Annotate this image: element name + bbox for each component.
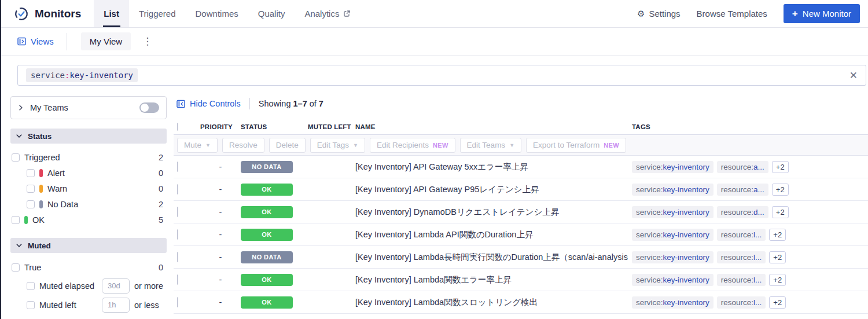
close-icon[interactable]: ✕ [849, 69, 858, 82]
tab-downtimes[interactable]: Downtimes [186, 0, 248, 27]
tag-resource[interactable]: resource:l... [717, 251, 766, 263]
tag-resource[interactable]: resource:a... [717, 161, 768, 173]
tag-service[interactable]: service:key-inventory [632, 274, 713, 286]
checkbox[interactable] [27, 200, 35, 208]
facet-status-warn[interactable]: Warn 0 [10, 181, 167, 196]
facet-status-ok[interactable]: OK 5 [10, 212, 167, 228]
tag-resource[interactable]: resource:l... [717, 229, 766, 241]
tag-service[interactable]: service:key-inventory [632, 184, 713, 196]
my-teams-toggle[interactable] [139, 102, 159, 113]
row-checkbox[interactable] [177, 229, 178, 240]
more-tags-button[interactable]: +2 [769, 296, 786, 309]
edit-teams-button[interactable]: Edit Teams▼ [460, 138, 521, 153]
tab-list[interactable]: List [94, 0, 129, 27]
checkbox[interactable] [12, 263, 20, 272]
settings-button[interactable]: ⚙ Settings [637, 9, 681, 19]
checkbox[interactable] [12, 216, 20, 224]
col-muted-left[interactable]: MUTED LEFT [308, 123, 355, 130]
muted-elapsed-input[interactable] [102, 278, 130, 294]
tag-resource[interactable]: resource:d... [717, 206, 768, 218]
more-tags-button[interactable]: +2 [772, 184, 789, 196]
checkbox[interactable] [27, 185, 35, 193]
facet-muted-true[interactable]: True 0 [10, 259, 167, 276]
search-query-token[interactable]: service:key-inventory [26, 68, 138, 82]
row-checkbox[interactable] [177, 297, 178, 307]
tag-service[interactable]: service:key-inventory [632, 229, 713, 241]
brand: Monitors [14, 0, 81, 27]
current-view-tab[interactable]: My View [81, 32, 131, 50]
tags-cell: service:key-inventory resource:d... +2 [632, 206, 868, 218]
new-monitor-button[interactable]: + New Monitor [784, 4, 860, 23]
more-tags-button[interactable]: +2 [769, 229, 786, 241]
row-checkbox[interactable] [177, 207, 178, 217]
col-status[interactable]: STATUS [241, 123, 308, 130]
monitor-name-link[interactable]: [Key Inventory] Lambda関数エラー率上昇 [355, 274, 632, 285]
resolve-button[interactable]: Resolve [222, 138, 264, 153]
more-tags-button[interactable]: +2 [772, 206, 789, 218]
select-all-checkbox[interactable] [177, 123, 178, 131]
row-checkbox[interactable] [177, 162, 178, 172]
priority-value: - [200, 207, 241, 217]
status-section-header[interactable]: Status [10, 129, 167, 144]
delete-button[interactable]: Delete [269, 138, 306, 153]
tag-service[interactable]: service:key-inventory [632, 251, 713, 263]
col-tags[interactable]: TAGS [632, 123, 868, 130]
col-name[interactable]: NAME [355, 123, 632, 130]
tag-resource[interactable]: resource:l... [717, 296, 766, 309]
tag-resource[interactable]: resource:l... [717, 274, 766, 286]
row-checkbox[interactable] [177, 184, 178, 195]
facet-status-alert[interactable]: Alert 0 [10, 165, 167, 181]
facet-status-triggered[interactable]: Triggered 2 [10, 149, 167, 165]
tag-service[interactable]: service:key-inventory [632, 296, 713, 309]
table-header: PRIORITY STATUS MUTED LEFT NAME TAGS [174, 119, 868, 135]
tag-service[interactable]: service:key-inventory [632, 206, 713, 218]
monitor-row: - OK [Key Inventory] Lambda関数スロットリング検出 s… [174, 291, 868, 314]
checkbox[interactable] [12, 153, 20, 162]
muted-section-header[interactable]: Muted [10, 238, 167, 253]
facet-status-nodata[interactable]: No Data 2 [10, 196, 167, 212]
more-tags-button[interactable]: +2 [769, 251, 786, 263]
monitor-name-link[interactable]: [Key Inventory] Lambda長時間実行関数のDuration上昇… [355, 252, 632, 263]
monitor-name-link[interactable]: [Key Inventory] DynamoDBリクエストレイテンシ上昇 [355, 207, 632, 218]
monitor-row: - OK [Key Inventory] Lambda関数エラー率上昇 serv… [174, 269, 868, 291]
checkbox[interactable] [27, 169, 35, 177]
facet-muted-elapsed[interactable]: Muted elapsed or more [10, 276, 167, 295]
facet-muted-left[interactable]: Muted left or less [10, 295, 167, 314]
export-terraform-button[interactable]: Export to TerraformNEW [526, 138, 626, 153]
tab-analytics[interactable]: Analytics [295, 0, 361, 27]
edit-recipients-button[interactable]: Edit RecipientsNEW [370, 138, 455, 153]
muted-left-input[interactable] [102, 298, 130, 313]
tab-quality[interactable]: Quality [248, 0, 295, 27]
divider [67, 33, 67, 50]
tag-resource[interactable]: resource:a... [717, 184, 768, 196]
checkbox[interactable] [27, 301, 35, 309]
view-options-kebab-icon[interactable]: ⋮ [139, 33, 156, 50]
more-tags-button[interactable]: +2 [769, 274, 786, 286]
monitor-row: - NO DATA [Key Inventory] API Gateway 5x… [174, 156, 868, 178]
monitor-name-link[interactable]: [Key Inventory] API Gateway P95レイテンシ上昇 [355, 184, 632, 195]
mute-button[interactable]: Mute▼ [177, 138, 218, 153]
monitor-name-link[interactable]: [Key Inventory] Lambda API関数のDuration上昇 [355, 229, 632, 240]
facet-count: 2 [159, 153, 167, 162]
views-toggle-button[interactable]: Views [0, 36, 67, 46]
monitor-name-link[interactable]: [Key Inventory] Lambda関数スロットリング検出 [355, 297, 632, 308]
monitor-row: - OK [Key Inventory] API Gateway P95レイテン… [174, 178, 868, 201]
monitor-name-link[interactable]: [Key Inventory] API Gateway 5xxエラー率上昇 [355, 162, 632, 173]
edit-tags-button[interactable]: Edit Tags▼ [310, 138, 365, 153]
hide-controls-button[interactable]: Hide Controls [176, 99, 241, 108]
tab-triggered[interactable]: Triggered [129, 0, 186, 27]
status-badge: OK [241, 206, 293, 218]
tag-service[interactable]: service:key-inventory [632, 161, 713, 173]
more-tags-button[interactable]: +2 [772, 161, 789, 173]
gear-icon: ⚙ [637, 9, 645, 18]
row-checkbox[interactable] [177, 274, 178, 285]
checkbox[interactable] [27, 282, 35, 290]
row-checkbox[interactable] [177, 252, 178, 262]
facet-muted-false[interactable]: False 7 [10, 314, 167, 319]
facet-count: 2 [159, 200, 167, 209]
monitor-list-main: Hide Controls Showing 1–7 of 7 PRIORITY … [174, 96, 868, 314]
browse-templates-button[interactable]: Browse Templates [697, 9, 767, 19]
col-priority[interactable]: PRIORITY [200, 123, 241, 130]
my-teams-filter[interactable]: My Teams [10, 96, 167, 119]
monitor-search-input[interactable]: service:key-inventory ✕ [17, 65, 866, 86]
